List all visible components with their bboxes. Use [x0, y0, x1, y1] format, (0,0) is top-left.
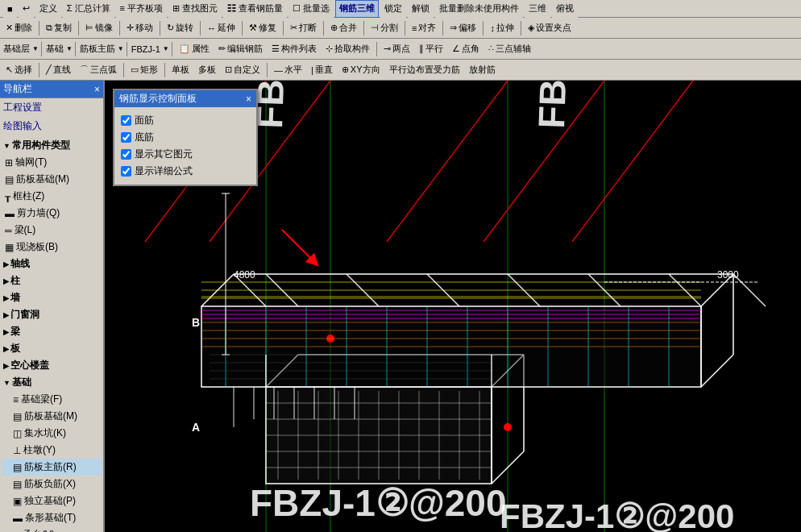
- extend-icon: ↔: [207, 23, 216, 33]
- custom-btn[interactable]: ⊡ 自定义: [221, 61, 264, 79]
- stretch-btn[interactable]: ↕ 拉伸: [486, 19, 518, 37]
- three-points-btn[interactable]: ∴ 三点辅轴: [484, 40, 535, 58]
- tree-item-rib-main[interactable]: ▤ 筋板主筋(R): [2, 459, 102, 476]
- checkbox-show-others[interactable]: 显示其它图元: [121, 146, 250, 163]
- horizontal-btn[interactable]: — 水平: [270, 61, 306, 79]
- menu-rebar-3d[interactable]: 钢筋三维: [335, 0, 379, 18]
- arc-btn[interactable]: ⌒ 三点弧: [76, 61, 121, 79]
- property-icon: 📋: [179, 44, 190, 54]
- show-formula-check[interactable]: [121, 166, 131, 177]
- menu-find[interactable]: ⊞ 查找图元: [168, 0, 222, 18]
- offset-btn[interactable]: ⇒ 偏移: [446, 19, 480, 37]
- pick-member-btn[interactable]: ⊹ 拾取构件: [322, 40, 374, 58]
- top-menubar: ■ ↩ 定义 Σ 汇总计算 ≡ 平齐板项 ⊞ 查找图元 ☷ 查看钢筋量 ☐ 批量…: [0, 0, 801, 18]
- tree-cat-wall[interactable]: ▶ 墙: [2, 289, 102, 306]
- sidebar-close-btn[interactable]: ×: [94, 84, 100, 95]
- menu-unlock[interactable]: 解锁: [408, 0, 434, 18]
- tree-item-strip-found[interactable]: ▬ 条形基础(T): [2, 509, 102, 526]
- set-grip-btn[interactable]: ◈ 设置夹点: [524, 19, 575, 37]
- menu-top-view[interactable]: 俯视: [552, 0, 578, 18]
- align-btn[interactable]: ≡ 对齐: [408, 19, 440, 37]
- vertical-btn[interactable]: | 垂直: [307, 61, 337, 79]
- tree-item-sump-pit[interactable]: ◫ 集水坑(K): [2, 425, 102, 442]
- member-list-btn[interactable]: ☰ 构件列表: [268, 40, 321, 58]
- menu-batch-delete[interactable]: 批量删除未使用构件: [435, 0, 523, 18]
- tree-cat-column[interactable]: ▶ 柱: [2, 272, 102, 289]
- copy-btn[interactable]: ⧉ 复制: [42, 19, 76, 37]
- parallel-btn[interactable]: ∥ 平行: [415, 40, 447, 58]
- menu-3d[interactable]: 三维: [525, 0, 550, 18]
- radial-rebar-btn[interactable]: 放射筋: [465, 61, 500, 79]
- tree-item-shearwall[interactable]: ▬ 剪力墙(Q): [2, 205, 102, 222]
- sump-icon: ◫: [13, 428, 22, 439]
- tree-cat-axis[interactable]: ▶ 轴线: [2, 256, 102, 272]
- rect-btn[interactable]: ▭ 矩形: [127, 61, 162, 79]
- align-icon: ≡: [412, 23, 417, 33]
- tree-item-castboard[interactable]: ▦ 现浇板(B): [2, 239, 102, 256]
- menu-lock[interactable]: 锁定: [380, 0, 406, 18]
- tree-item-framecol[interactable]: ┰ 框柱(Z): [2, 188, 102, 205]
- tree-cat-hollowfloor[interactable]: ▶ 空心楼盖: [2, 357, 102, 374]
- tree-item-column-base[interactable]: ⊥ 柱墩(Y): [2, 442, 102, 459]
- tree-item-rib-neg[interactable]: ▤ 筋板负筋(X): [2, 476, 102, 493]
- merge-btn[interactable]: ⊕ 合并: [326, 19, 361, 37]
- tree-item-ribfound[interactable]: ▤ 筋板基础(M): [2, 171, 102, 188]
- parallel-rebar-btn[interactable]: 平行边布置受力筋: [385, 61, 464, 79]
- tree-item-found-beam[interactable]: ≡ 基础梁(F): [2, 391, 102, 408]
- tree-item-beam[interactable]: ═ 梁(L): [2, 222, 102, 239]
- menu-define[interactable]: 定义: [35, 0, 61, 18]
- logo-btn[interactable]: ■: [3, 0, 17, 18]
- mirror-icon: ⊨: [85, 23, 93, 33]
- select-btn[interactable]: ↖ 选择: [2, 61, 36, 79]
- canvas-area[interactable]: 4800 3000 FBZ-1②@200 FBZJ-1②@200 FBZJ-1②…: [105, 81, 801, 532]
- property-btn[interactable]: 📋 属性: [175, 40, 214, 58]
- checkbox-bottom-rebar[interactable]: 底筋: [121, 129, 250, 146]
- undo-btn[interactable]: ↩: [19, 0, 34, 18]
- show-others-check[interactable]: [121, 149, 131, 160]
- sidebar-section-drawing[interactable]: 绘图输入: [0, 117, 103, 135]
- two-points-btn[interactable]: ⊸ 两点: [380, 40, 414, 58]
- panel-title: 钢筋显示控制面板: [119, 92, 197, 106]
- sidebar-tree: ▼ 常用构件类型 ⊞ 轴网(T) ▤ 筋板基础(M) ┰ 框柱(Z) ▬ 剪力墙…: [0, 135, 103, 532]
- beam-icon: ═: [5, 225, 12, 236]
- move-btn[interactable]: ✛ 移动: [122, 19, 157, 37]
- menu-summary[interactable]: Σ 汇总计算: [63, 0, 114, 18]
- menu-batch-select[interactable]: ☐ 批量选: [288, 0, 334, 18]
- menu-view-rebar[interactable]: ☷ 查看钢筋量: [223, 0, 287, 18]
- tree-item-found-rib[interactable]: ▤ 筋板基础(M): [2, 408, 102, 425]
- tree-item-cap[interactable]: △ 承台(V): [2, 526, 102, 532]
- checkbox-face-rebar[interactable]: 面筋: [121, 112, 250, 129]
- cap-icon: △: [13, 530, 20, 533]
- tree-cat-beam[interactable]: ▶ 梁: [2, 323, 102, 340]
- tree-item-axisgrid[interactable]: ⊞ 轴网(T): [2, 154, 102, 171]
- delete-btn[interactable]: ✕ 删除: [2, 19, 36, 37]
- bottom-rebar-check[interactable]: [121, 132, 131, 143]
- tree-cat-board[interactable]: ▶ 板: [2, 340, 102, 357]
- repair-btn[interactable]: ⚒ 修复: [245, 19, 280, 37]
- edit-rebar-btn[interactable]: ✏ 编辑钢筋: [214, 40, 267, 58]
- parallel-icon: ∥: [419, 44, 424, 54]
- panel-titlebar[interactable]: 钢筋显示控制面板 ×: [114, 90, 256, 107]
- sidebar-section-project[interactable]: 工程设置: [0, 98, 103, 117]
- multi-board-btn[interactable]: 多板: [194, 61, 220, 79]
- break-btn[interactable]: ✂ 打断: [286, 19, 321, 37]
- sep4: [160, 21, 160, 35]
- layer-label: 基础层: [2, 43, 31, 55]
- point-angle-btn[interactable]: ∠ 点角: [448, 40, 484, 58]
- tree-cat-common[interactable]: ▼ 常用构件类型: [2, 137, 102, 154]
- single-board-btn[interactable]: 单板: [168, 61, 193, 79]
- tree-item-ind-found[interactable]: ▣ 独立基础(P): [2, 493, 102, 509]
- tree-cat-foundation[interactable]: ▼ 基础: [2, 374, 102, 391]
- menu-align[interactable]: ≡ 平齐板项: [116, 0, 167, 18]
- line-btn[interactable]: ╱ 直线: [42, 61, 75, 79]
- xy-dir-btn[interactable]: ⊕ XY方向: [338, 61, 384, 79]
- mirror-btn[interactable]: ⊨ 镜像: [81, 19, 117, 37]
- split-btn[interactable]: ⊣ 分割: [367, 19, 402, 37]
- rotate-btn[interactable]: ↻ 旋转: [163, 19, 197, 37]
- checkbox-show-formula[interactable]: 显示详细公式: [121, 163, 250, 180]
- face-rebar-check[interactable]: [121, 115, 131, 126]
- tree-cat-doorwindow[interactable]: ▶ 门窗洞: [2, 306, 102, 323]
- sep9: [363, 21, 364, 35]
- panel-close-btn[interactable]: ×: [246, 94, 251, 105]
- extend-btn[interactable]: ↔ 延伸: [203, 19, 239, 37]
